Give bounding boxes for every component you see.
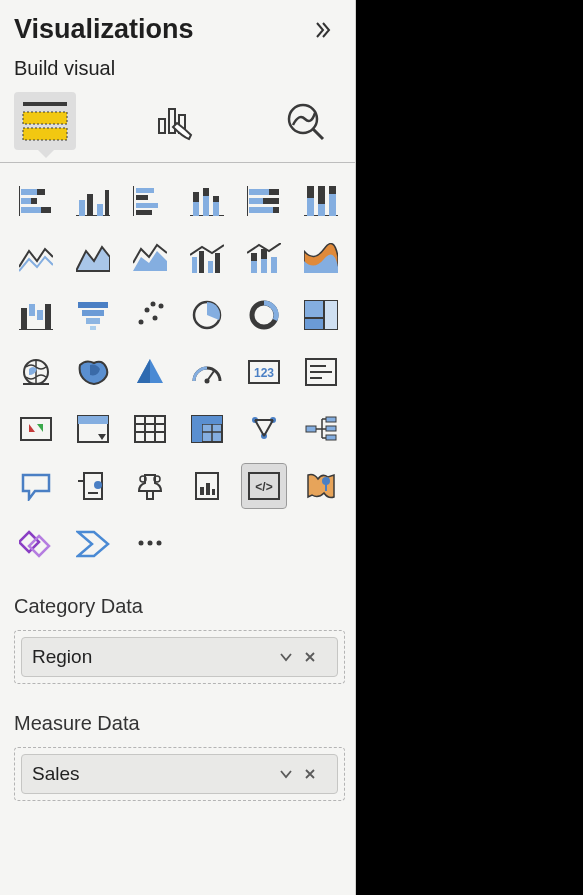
ribbon-chart-button[interactable] [299, 236, 343, 280]
azure-map-icon [133, 357, 167, 387]
power-automate-button[interactable] [71, 521, 115, 565]
slicer-icon [76, 414, 110, 444]
slicer-button[interactable] [71, 407, 115, 451]
field-remove-button[interactable] [303, 767, 327, 781]
clustered-bar-chart-button[interactable] [71, 179, 115, 223]
funnel-chart-icon [76, 300, 110, 330]
waterfall-chart-button[interactable] [14, 293, 58, 337]
svg-rect-16 [79, 200, 85, 216]
filled-map-icon [76, 357, 110, 387]
pane-header: Visualizations [0, 0, 355, 53]
svg-rect-0 [23, 102, 67, 106]
gauge-button[interactable] [185, 350, 229, 394]
svg-rect-56 [21, 308, 27, 330]
power-apps-button[interactable] [14, 521, 58, 565]
scatter-chart-icon [133, 300, 167, 330]
svg-rect-9 [21, 189, 37, 195]
map-button[interactable] [14, 350, 58, 394]
svg-rect-104 [326, 417, 336, 422]
ribbon-chart-icon [304, 243, 338, 273]
svg-rect-34 [269, 189, 279, 195]
close-icon [303, 767, 317, 781]
stacked-area-chart-button[interactable] [128, 236, 172, 280]
category-data-dropzone[interactable]: Region [14, 630, 345, 684]
card-button[interactable]: 123 [242, 350, 286, 394]
line-stacked-column-button[interactable] [242, 236, 286, 280]
card-icon: 123 [247, 357, 281, 387]
tab-format-visual[interactable] [144, 92, 206, 150]
field-dropdown-button[interactable] [279, 650, 303, 664]
svg-rect-113 [200, 487, 204, 495]
r-script-visual-button[interactable] [242, 407, 286, 451]
svg-rect-61 [82, 310, 104, 316]
stacked-bar-chart-button[interactable] [14, 179, 58, 223]
kpi-icon [19, 414, 53, 444]
tab-build-visual[interactable] [14, 92, 76, 150]
svg-rect-18 [97, 204, 103, 216]
stacked-bar-chart-icon [19, 186, 53, 216]
line-clustered-column-button[interactable] [185, 236, 229, 280]
kpi-button[interactable] [14, 407, 58, 451]
paginated-report-button[interactable] [185, 464, 229, 508]
svg-rect-19 [105, 190, 109, 216]
svg-point-121 [157, 541, 162, 546]
field-pill-region[interactable]: Region [21, 637, 338, 677]
filled-map-button[interactable] [71, 350, 115, 394]
svg-rect-41 [307, 186, 314, 198]
tab-analytics[interactable] [274, 92, 336, 150]
svg-rect-109 [147, 491, 153, 499]
table-button[interactable] [128, 407, 172, 451]
svg-point-119 [139, 541, 144, 546]
pie-chart-icon [190, 300, 224, 330]
svg-rect-72 [304, 300, 324, 318]
power-automate-icon [76, 528, 110, 558]
key-influencers-button[interactable] [128, 464, 172, 508]
smart-narrative-button[interactable] [71, 464, 115, 508]
build-visual-icon [21, 100, 69, 142]
more-visuals-button[interactable] [128, 521, 172, 565]
stacked-column-chart-icon [133, 186, 167, 216]
pie-chart-button[interactable] [185, 293, 229, 337]
multi-row-card-button[interactable] [299, 350, 343, 394]
svg-rect-13 [21, 207, 41, 213]
field-pill-sales[interactable]: Sales [21, 754, 338, 794]
visualizations-pane: Visualizations Build visual [0, 0, 356, 895]
svg-rect-47 [199, 251, 204, 273]
clustered-bar-chart-icon [76, 186, 110, 216]
funnel-chart-button[interactable] [71, 293, 115, 337]
100-stacked-bar-button[interactable] [242, 179, 286, 223]
svg-text:</>: </> [255, 480, 272, 494]
gauge-icon [190, 357, 224, 387]
category-data-title: Category Data [14, 595, 345, 618]
collapse-pane-button[interactable] [309, 16, 337, 44]
svg-point-120 [148, 541, 153, 546]
100-stacked-column-button[interactable] [299, 179, 343, 223]
field-remove-button[interactable] [303, 650, 327, 664]
power-apps-icon [19, 528, 53, 558]
line-chart-button[interactable] [14, 236, 58, 280]
azure-map-button[interactable] [128, 350, 172, 394]
svg-rect-49 [215, 253, 220, 273]
matrix-button[interactable] [185, 407, 229, 451]
svg-point-107 [94, 481, 102, 489]
field-dropdown-button[interactable] [279, 767, 303, 781]
arcgis-map-button[interactable] [299, 464, 343, 508]
stacked-column-chart-button[interactable] [128, 179, 172, 223]
clustered-column-chart-button[interactable] [185, 179, 229, 223]
decomposition-tree-button[interactable] [299, 407, 343, 451]
svg-rect-57 [29, 304, 35, 316]
decomposition-tree-icon [304, 414, 338, 444]
svg-rect-3 [159, 119, 165, 133]
qa-visual-button[interactable] [14, 464, 58, 508]
svg-rect-27 [193, 192, 199, 202]
svg-rect-59 [45, 304, 51, 330]
python-visual-button[interactable]: </> [242, 464, 286, 508]
svg-point-68 [151, 302, 156, 307]
measure-data-dropzone[interactable]: Sales [14, 747, 345, 801]
area-chart-button[interactable] [71, 236, 115, 280]
python-visual-icon: </> [247, 471, 281, 501]
scatter-chart-button[interactable] [128, 293, 172, 337]
treemap-chart-button[interactable] [299, 293, 343, 337]
svg-rect-106 [326, 435, 336, 440]
donut-chart-button[interactable] [242, 293, 286, 337]
